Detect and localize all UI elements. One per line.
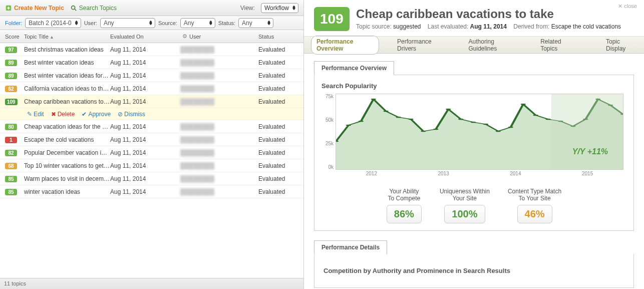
search-popularity-chart: 75k50k25k0k Y/Y +11% 2012201320142015	[336, 94, 623, 179]
evaluated-cell: Aug 11, 2014	[110, 72, 180, 79]
col-title[interactable]: Topic Title▲	[24, 34, 110, 40]
status-cell: Evaluated	[254, 46, 303, 53]
table-row[interactable]: 80Cheap vacation ideas for the …Aug 11, …	[0, 120, 303, 133]
gear-icon[interactable]: ⚙	[180, 33, 189, 40]
svg-point-20	[545, 119, 550, 120]
pencil-icon: ✎	[27, 111, 32, 118]
y-tick: 0k	[318, 164, 334, 170]
folder-select[interactable]: Batch 2 (2014-0	[25, 18, 81, 28]
trash-icon: ✖	[51, 111, 56, 118]
table-row[interactable]: 89Best winter vacation ideas for …Aug 11…	[0, 69, 303, 82]
user-cell: ████████	[180, 59, 254, 66]
sort-asc-icon: ▲	[50, 35, 54, 40]
table-row[interactable]: 97Best christmas vacation ideasAug 11, 2…	[0, 43, 303, 56]
score-badge: 82	[5, 150, 17, 156]
user-cell: ████████	[180, 175, 254, 182]
magnifier-icon	[70, 5, 77, 12]
delete-action[interactable]: ✖ Delete	[51, 111, 75, 118]
source-select[interactable]: Any	[180, 18, 215, 28]
status-cell: Evaluated	[254, 98, 303, 105]
svg-point-1	[71, 6, 75, 9]
topic-title-cell: Best winter vacation ideas for …	[24, 72, 110, 79]
create-topic-button[interactable]: Create New Topic	[5, 5, 64, 12]
metric: Content Type MatchTo Your Site46%	[508, 188, 561, 223]
user-cell: ████████	[180, 72, 254, 79]
score-badge: 80	[5, 124, 17, 130]
approve-action[interactable]: ✔ Approve	[82, 111, 111, 118]
evaluated-cell: Aug 11, 2014	[110, 123, 180, 130]
x-tick: 2013	[408, 171, 480, 179]
grid-body[interactable]: 97Best christmas vacation ideasAug 11, 2…	[0, 43, 303, 278]
topic-title-cell: Popular December vacation id…	[24, 149, 110, 156]
topic-title-cell: Warm places to visit in decem…	[24, 175, 110, 182]
row-actions: ✎ Edit✖ Delete✔ Approve⊘ Dismiss	[0, 108, 303, 120]
topic-title-cell: Cheap caribbean vacations to …	[24, 98, 110, 105]
x-axis: 2012201320142015	[336, 171, 623, 179]
user-label: User:	[84, 20, 97, 26]
search-topics-button[interactable]: Search Topics	[70, 5, 117, 12]
status-filter-label: Status:	[218, 20, 235, 26]
user-cell: ████████	[180, 123, 254, 130]
svg-line-2	[75, 9, 77, 11]
tab-drivers[interactable]: Performance Drivers	[392, 36, 450, 54]
grid-header: Score Topic Title▲ Evaluated On ⚙ User S…	[0, 30, 303, 43]
tab-display[interactable]: Topic Display	[606, 38, 637, 52]
col-score[interactable]: Score	[0, 34, 24, 40]
table-row[interactable]: 109Cheap caribbean vacations to …Aug 11,…	[0, 95, 303, 108]
view-select[interactable]: Workflow	[261, 3, 298, 13]
status-cell: Evaluated	[254, 59, 303, 66]
x-tick: 2015	[551, 171, 623, 179]
status-cell: Evaluated	[254, 72, 303, 79]
filters-bar: Folder: Batch 2 (2014-0 User: Any Source…	[0, 16, 303, 30]
status-select[interactable]: Any	[238, 18, 273, 28]
col-status[interactable]: Status	[254, 34, 303, 40]
score-badge: 85	[5, 176, 17, 182]
table-row[interactable]: 85Warm places to visit in decem…Aug 11, …	[0, 172, 303, 185]
metric-label: Your Site	[440, 195, 490, 202]
competition-title: Competition by Authority and Prominence …	[321, 261, 626, 280]
source-label: Source:	[158, 20, 177, 26]
detail-body[interactable]: Performance Overview Search Popularity 7…	[304, 54, 644, 289]
evaluated-cell: Aug 11, 2014	[110, 136, 180, 143]
tab-overview[interactable]: Performance Overview	[311, 36, 379, 55]
table-row[interactable]: 89Best winter vacation ideasAug 11, 2014…	[0, 56, 303, 69]
topic-title-cell: Best winter vacation ideas	[24, 59, 110, 66]
svg-point-13	[458, 119, 463, 120]
user-cell: ████████	[180, 136, 254, 143]
close-button[interactable]: ✕ close	[618, 3, 637, 10]
overview-section: Search Popularity 75k50k25k0k Y/Y +11% 2…	[314, 75, 634, 231]
status-bar: 11 topics	[0, 278, 303, 289]
col-user[interactable]: User	[189, 34, 254, 40]
table-row[interactable]: 68Top 10 winter vacations to get …Aug 11…	[0, 159, 303, 172]
svg-point-4	[346, 125, 351, 126]
detail-tabs: Performance Overview Performance Drivers…	[304, 37, 644, 54]
evaluated-cell: Aug 11, 2014	[110, 46, 180, 53]
user-cell: ████████	[180, 149, 254, 156]
tab-guidelines[interactable]: Authoring Guidelines	[464, 36, 523, 54]
subtab-overview[interactable]: Performance Overview	[314, 61, 394, 75]
detail-header: ✕ close 109 Cheap caribbean vacations to…	[304, 0, 644, 37]
table-row[interactable]: 85winter vacation ideasAug 11, 2014█████…	[0, 185, 303, 198]
table-row[interactable]: 1Escape the cold vacationsAug 11, 2014██…	[0, 133, 303, 146]
status-cell: Evaluated	[254, 162, 303, 169]
chart-current-year-shade	[551, 94, 623, 169]
table-row[interactable]: 82Popular December vacation id…Aug 11, 2…	[0, 146, 303, 159]
edit-action[interactable]: ✎ Edit	[27, 111, 44, 118]
svg-point-10	[421, 131, 426, 132]
detail-meta: Topic source: suggested Last evaluated: …	[356, 23, 621, 30]
user-select[interactable]: Any	[100, 18, 155, 28]
tab-related[interactable]: Related Topics	[535, 36, 580, 54]
metric-label: To Your Site	[508, 195, 561, 202]
metric-value: 100%	[444, 205, 485, 223]
status-cell: Evaluated	[254, 188, 303, 195]
metric-label: To Compete	[387, 195, 422, 202]
yy-change-label: Y/Y +11%	[572, 147, 608, 156]
dismiss-action[interactable]: ⊘ Dismiss	[118, 111, 145, 118]
y-axis: 75k50k25k0k	[318, 94, 334, 170]
create-topic-label: Create New Topic	[14, 5, 64, 12]
svg-point-8	[396, 117, 401, 118]
table-row[interactable]: 62California vacation ideas to thi…Aug 1…	[0, 82, 303, 95]
col-evaluated[interactable]: Evaluated On	[110, 34, 180, 40]
user-cell: ████████	[180, 46, 254, 53]
subtab-details[interactable]: Performance Details	[314, 240, 387, 254]
